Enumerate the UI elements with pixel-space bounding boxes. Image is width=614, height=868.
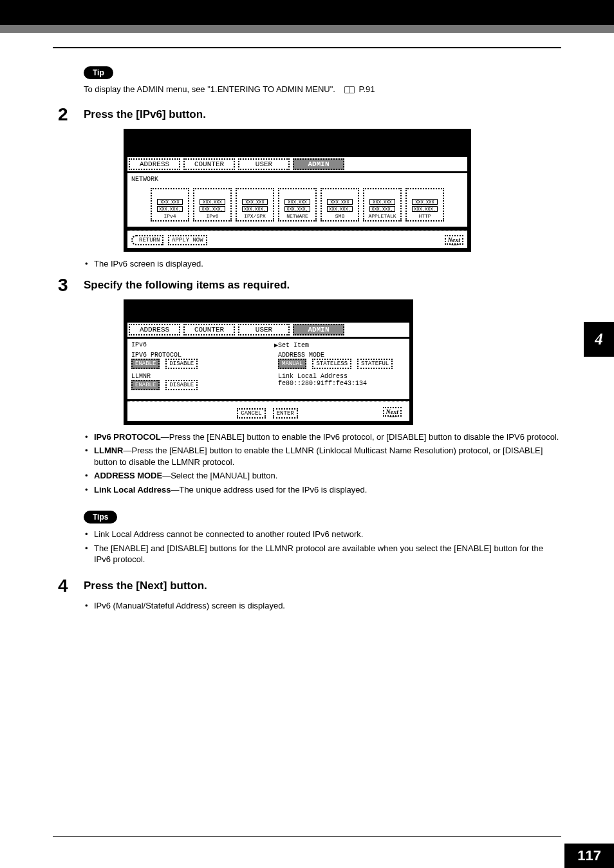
b-ipv6: IPv6 PROTOCOL [94, 432, 161, 442]
step-3-title: Specify the following items as required. [84, 279, 290, 292]
t-llmnr: —Press the [ENABLE] button to enable the… [94, 446, 543, 467]
btn-netware[interactable]: XXX.XXXXXX.XXX.NETWARE [278, 188, 317, 222]
ipv4-label: IPv4 [163, 213, 176, 219]
tab-counter[interactable]: COUNTER [183, 158, 235, 170]
network-heading: NETWORK [131, 176, 463, 183]
at-label: APPLETALK [368, 213, 396, 219]
tip-text: To display the ADMIN menu, see "1.ENTERI… [84, 84, 561, 94]
step4-after-list: IPv6 (Manual/Stateful Address) screen is… [84, 600, 561, 612]
tab-user[interactable]: USER [238, 158, 290, 170]
b-mode: ADDRESS MODE [94, 471, 162, 480]
tab-spacer [348, 158, 466, 170]
smb-l2: XXX.XXX. [327, 206, 353, 212]
llmnr-block: LLMNR ENABLE DISABLE [131, 373, 259, 390]
link-local-label: Link Local Address [278, 373, 405, 380]
ipv4-l1: XXX.XXX [157, 199, 183, 205]
step2-after-list: The IPv6 screen is displayed. [84, 258, 561, 270]
ipv6-l2: XXX.XXX. [200, 206, 225, 212]
ipv6-row-label: IPv6 [131, 341, 147, 349]
book-icon [344, 86, 355, 93]
next-button-2[interactable]: Next [383, 407, 402, 417]
network-panel: ADDRESS COUNTER USER ADMIN NETWORK XXX.X… [124, 129, 471, 252]
nw-label: NETWARE [286, 213, 308, 219]
ipv6-label: IPv6 [206, 213, 218, 219]
ipx-label: IPX/SPX [244, 213, 266, 219]
btn-http[interactable]: XXX.XXXXXX.XXX.HTTP [405, 188, 444, 222]
tip-text-main: To display the ADMIN menu, see "1.ENTERI… [84, 84, 335, 94]
step-2: 2 Press the [IPv6] button. [53, 106, 561, 124]
footer-rule [53, 836, 561, 837]
address-mode-label: ADDRESS MODE [278, 352, 405, 359]
btn-smb[interactable]: XXX.XXXXXX.XXX.SMB [321, 188, 359, 222]
ipx-l2: XXX.XXX. [242, 206, 268, 212]
nw-l2: XXX.XXX. [284, 206, 310, 212]
header-graybar [0, 25, 614, 33]
tab2-address[interactable]: ADDRESS [129, 324, 180, 335]
set-item-indicator: ▶Set Item [274, 341, 309, 349]
ipv6-tabs: ADDRESS COUNTER USER ADMIN [127, 323, 409, 337]
stateful-button[interactable]: STATEFUL [357, 359, 393, 369]
ipv6-enable-button[interactable]: ENABLE [131, 359, 160, 369]
ipv6-bottom-row: CANCEL ENTER Next [127, 401, 409, 421]
btn-appletalk[interactable]: XXX.XXXXXX.XXX.APPLETALK [363, 188, 402, 222]
header-blackbar [0, 0, 614, 25]
tips-list: Link Local Address cannot be connected t… [84, 529, 561, 565]
ipv6-center-buttons: CANCEL ENTER Next [131, 408, 405, 419]
ipv6-zone: IPv6 ▶Set Item IPV6 PROTOCOL ENABLE DISA… [127, 339, 409, 399]
link-local-block: Link Local Address fe80::280:91ff:fe43:1… [278, 373, 405, 387]
ipv6-left-col: IPV6 PROTOCOL ENABLE DISABLE LLMNR ENABL… [131, 352, 259, 394]
http-label: HTTP [418, 213, 431, 219]
t-ipv6: —Press the [ENABLE] button to enable the… [161, 432, 559, 442]
tip-badge: Tip [84, 66, 113, 79]
http-l2: XXX.XXX. [412, 206, 438, 212]
next-button[interactable]: Next [445, 235, 463, 245]
page-content: Tip To display the ADMIN menu, see "1.EN… [0, 47, 614, 611]
tips-badge: Tips [84, 511, 117, 524]
step-3: 3 Specify the following items as require… [53, 276, 561, 294]
t-mode: —Select the [MANUAL] button. [162, 471, 277, 480]
btn-ipv4[interactable]: XXX.XXXXXX.XXX.IPv4 [151, 188, 189, 222]
stateless-button[interactable]: STATELESS [312, 359, 351, 369]
cancel-button[interactable]: CANCEL [237, 408, 265, 419]
btn-ipxspx[interactable]: XXX.XXXXXX.XXX.IPX/SPX [236, 188, 274, 222]
step-3-number: 3 [58, 276, 84, 294]
ipv4-l2: XXX.XXX. [157, 206, 183, 212]
chapter-side-tab: 4 [584, 322, 614, 357]
b-llmnr: LLMNR [94, 446, 124, 455]
ipv6-panel-top [124, 299, 413, 323]
manual-button[interactable]: MANUAL [278, 359, 306, 369]
ipv6-disable-button[interactable]: DISABLE [165, 359, 198, 369]
smb-label: SMB [335, 213, 344, 219]
tab2-counter[interactable]: COUNTER [183, 324, 235, 335]
tab-address[interactable]: ADDRESS [129, 158, 180, 170]
step4-after-bullet: IPv6 (Manual/Stateful Address) screen is… [84, 600, 561, 612]
apply-now-button[interactable]: APPLY NOW [168, 235, 207, 245]
tab2-admin[interactable]: ADMIN [293, 324, 344, 335]
step-2-number: 2 [58, 106, 84, 124]
tip-page-ref: P.91 [358, 84, 375, 94]
step-4-number: 4 [58, 577, 84, 595]
tab-admin[interactable]: ADMIN [293, 158, 344, 170]
page-number: 117 [564, 844, 614, 868]
tab2-user[interactable]: USER [238, 324, 290, 335]
ipv6-l1: XXX.XXX [200, 199, 225, 205]
bullet-address-mode: ADDRESS MODE—Select the [MANUAL] button. [84, 470, 561, 482]
t-link: —The unique address used for the IPv6 is… [171, 485, 367, 495]
step3-bullets: IPv6 PROTOCOL—Press the [ENABLE] button … [84, 431, 561, 496]
step-2-title: Press the [IPv6] button. [84, 108, 206, 121]
panel-bottom-row: RETURN APPLY NOW Next [127, 231, 467, 248]
b-link: Link Local Address [94, 485, 171, 495]
smb-l1: XXX.XXX [327, 199, 353, 205]
llmnr-enable-button[interactable]: ENABLE [131, 380, 160, 390]
network-icon-grid: XXX.XXXXXX.XXX.IPv4 XXX.XXXXXX.XXX.IPv6 … [131, 188, 463, 222]
llmnr-disable-button[interactable]: DISABLE [165, 380, 198, 390]
return-button[interactable]: RETURN [131, 235, 163, 245]
network-zone: NETWORK XXX.XXXXXX.XXX.IPv4 XXX.XXXXXX.X… [127, 173, 467, 227]
enter-button[interactable]: ENTER [273, 408, 298, 419]
btn-ipv6[interactable]: XXX.XXXXXX.XXX.IPv6 [193, 188, 232, 222]
left-buttons: RETURN APPLY NOW [131, 234, 209, 245]
at-l1: XXX.XXX [369, 199, 395, 205]
ipx-l1: XXX.XXX [242, 199, 268, 205]
panel-top-blank [124, 129, 471, 157]
ipv6-right-col: ADDRESS MODE MANUAL STATELESS STATEFUL L… [278, 352, 405, 394]
